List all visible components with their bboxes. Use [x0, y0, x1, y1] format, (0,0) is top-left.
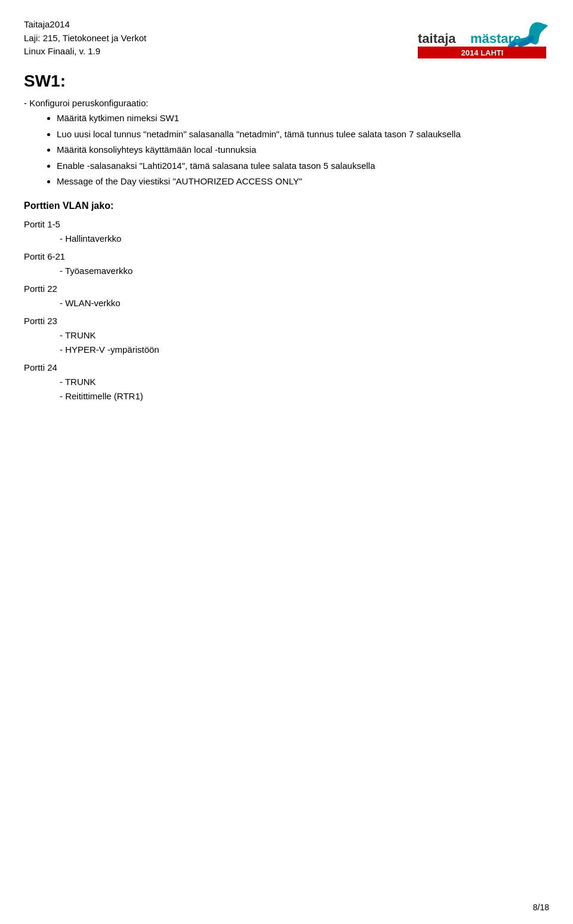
bullet-item: Message of the Day viestiksi "AUTHORIZED…	[57, 175, 549, 189]
header-text: Taitaja2014 Laji: 215, Tietokoneet ja Ve…	[24, 18, 146, 58]
bullet-item: Määritä konsoliyhteys käyttämään local -…	[57, 143, 549, 157]
taitajamastare-logo: taitaja mästare 2014 LAHTI	[418, 18, 549, 60]
port-label: Portit 6-21	[24, 251, 65, 261]
header-line1: Taitaja2014	[24, 18, 146, 32]
logo-area: taitaja mästare 2014 LAHTI	[418, 18, 549, 60]
bullet-item: Luo uusi local tunnus "netadmin" salasan…	[57, 128, 549, 141]
vlan-title: Porttien VLAN jako:	[24, 201, 549, 211]
page-header: Taitaja2014 Laji: 215, Tietokoneet ja Ve…	[24, 18, 549, 60]
port-description-2: - HYPER-V -ympäristöön	[60, 343, 549, 357]
page-title: SW1:	[24, 72, 549, 91]
vlan-row-4: Portti 23 - TRUNK - HYPER-V -ympäristöön	[24, 314, 549, 357]
header-line3: Linux Finaali, v. 1.9	[24, 45, 146, 58]
section-intro: - Konfiguroi peruskonfiguraatio:	[24, 98, 549, 108]
header-line2: Laji: 215, Tietokoneet ja Verkot	[24, 32, 146, 45]
port-description-2: - Reitittimelle (RTR1)	[60, 389, 549, 404]
port-description: - Työasemaverkko	[60, 264, 549, 278]
port-description: - TRUNK	[60, 375, 549, 389]
svg-text:2014  LAHTI: 2014 LAHTI	[461, 48, 504, 57]
bullet-item: Enable -salasanaksi "Lahti2014", tämä sa…	[57, 159, 549, 173]
bullet-item: Määritä kytkimen nimeksi SW1	[57, 112, 549, 125]
port-label: Portit 1-5	[24, 219, 60, 229]
vlan-row-3: Portti 22 - WLAN-verkko	[24, 282, 549, 310]
port-label: Portti 22	[24, 284, 57, 294]
vlan-row-2: Portit 6-21 - Työasemaverkko	[24, 250, 549, 278]
vlan-row-1: Portit 1-5 - Hallintaverkko	[24, 217, 549, 246]
port-description: - Hallintaverkko	[60, 232, 549, 246]
vlan-row-5: Portti 24 - TRUNK - Reitittimelle (RTR1)	[24, 361, 549, 404]
svg-text:taitaja: taitaja	[418, 31, 456, 46]
bullet-list: Määritä kytkimen nimeksi SW1 Luo uusi lo…	[57, 112, 549, 189]
port-description: - TRUNK	[60, 328, 549, 343]
page-number: 8/18	[533, 903, 549, 912]
port-label: Portti 23	[24, 316, 57, 326]
svg-text:mästare: mästare	[470, 31, 520, 46]
port-description: - WLAN-verkko	[60, 296, 549, 310]
port-label: Portti 24	[24, 362, 57, 372]
vlan-section: Porttien VLAN jako: Portit 1-5 - Hallint…	[24, 201, 549, 404]
